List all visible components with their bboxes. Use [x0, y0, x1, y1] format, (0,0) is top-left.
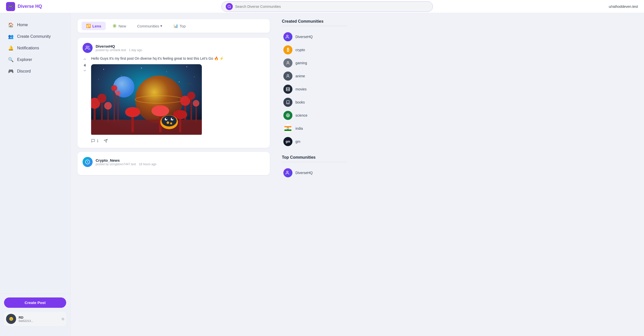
top-communities-title: Top Communities: [282, 155, 347, 162]
notifications-icon: 🔔: [8, 45, 14, 51]
svg-point-46: [170, 122, 172, 124]
comment-count-1: 1: [97, 139, 99, 143]
svg-point-52: [287, 75, 289, 76]
post-body-1: 4 Hello Guys It's my first post On diver…: [83, 56, 265, 143]
sidebar-item-create-community[interactable]: 👥 Create Community: [4, 31, 66, 42]
communities-dropdown-icon: ▾: [160, 24, 162, 28]
btc-icon: ₿: [287, 47, 289, 53]
svg-point-50: [287, 35, 288, 37]
top-community-diversehq[interactable]: DiverseHQ: [282, 166, 347, 179]
top-communities-section: Top Communities DiverseHQ: [282, 155, 347, 179]
svg-point-7: [186, 66, 187, 67]
new-icon: ✳️: [112, 24, 117, 28]
post-content-1: Hello Guys It's my first post On diverse…: [91, 56, 265, 143]
post-meta-1: DiverseHQ posted by u/mtank.test 1 day a…: [96, 44, 265, 52]
user-info: RD 0xb52213...: [19, 316, 59, 322]
comm-name-crypto: crypto: [295, 48, 305, 52]
comm-name-gaming: gaming: [295, 61, 307, 65]
user-display-name: RD: [19, 316, 59, 319]
post-community-name-2[interactable]: Crypto_News: [96, 158, 265, 162]
post-header-1: DiverseHQ posted by u/mtank.test 1 day a…: [83, 43, 265, 53]
svg-rect-31: [131, 115, 134, 132]
sidebar-nav: 🏠 Home 👥 Create Community 🔔 Notification…: [0, 19, 70, 293]
user-address: 0xb52213...: [19, 319, 59, 322]
search-input[interactable]: [235, 5, 429, 9]
svg-point-5: [141, 68, 142, 69]
explorer-icon: 🔍: [8, 57, 14, 62]
svg-point-21: [111, 85, 117, 91]
post-author-1: u/mtank.test: [109, 48, 126, 52]
svg-point-34: [151, 105, 169, 116]
svg-point-8: [194, 77, 195, 77]
main-content: 🔁 Lens ✳️ New Communities ▾ 📊 Top: [70, 13, 277, 336]
post-text-1: Hello Guys It's my first post On diverse…: [91, 56, 265, 61]
tab-top[interactable]: 📊 Top: [169, 22, 190, 30]
india-flag: [284, 126, 291, 131]
tab-top-label: Top: [180, 24, 186, 28]
sidebar-item-home[interactable]: 🏠 Home: [4, 19, 66, 31]
vote-count-1: 4: [84, 63, 86, 67]
created-community-india[interactable]: india: [282, 122, 347, 135]
comm-name-science: science: [295, 113, 307, 117]
sidebar-item-notifications[interactable]: 🔔 Notifications: [4, 42, 66, 54]
right-sidebar: Created Communities DiverseHQ ₿ crypto: [277, 13, 352, 336]
post-actions-1: 1: [91, 139, 265, 143]
post-time-1: 1 day ago: [129, 48, 142, 52]
username-display: u/rathoddeven.test: [609, 5, 638, 9]
search-bar[interactable]: [221, 1, 433, 12]
svg-rect-35: [179, 117, 181, 132]
downvote-button-1[interactable]: [83, 68, 87, 74]
sidebar-bottom: Create Post 😐 RD 0xb52213... ⧉: [0, 293, 70, 330]
user-area: u/rathoddeven.test: [583, 5, 638, 9]
sidebar-item-explorer[interactable]: 🔍 Explorer: [4, 54, 66, 65]
created-community-crypto[interactable]: ₿ crypto: [282, 43, 347, 56]
created-communities-title: Created Communities: [282, 19, 347, 26]
svg-rect-20: [114, 89, 115, 122]
sidebar-label-create-community: Create Community: [17, 34, 51, 39]
svg-point-38: [162, 115, 177, 126]
upvote-button-1[interactable]: [83, 57, 87, 62]
comm-name-movies: movies: [295, 87, 307, 91]
created-community-gaming[interactable]: gaming: [282, 56, 347, 70]
comm-avatar-gaming: [283, 58, 292, 68]
sidebar-label-discord: Discord: [17, 69, 31, 74]
svg-point-19: [104, 102, 112, 110]
comm-avatar-india: [283, 124, 292, 133]
sidebar-item-discord[interactable]: 🎮 Discord: [4, 65, 66, 77]
created-community-diversehq[interactable]: DiverseHQ: [282, 30, 347, 43]
created-community-books[interactable]: books: [282, 96, 347, 109]
svg-point-4: [121, 75, 122, 76]
create-post-button[interactable]: Create Post: [4, 297, 66, 308]
post-time-2: 18 hours ago: [139, 162, 156, 166]
post-card-2: Crypto_News posted by u/cryptovn7447.tes…: [78, 152, 270, 175]
comm-name-india: india: [295, 126, 303, 130]
post-card-1: DiverseHQ posted by u/mtank.test 1 day a…: [78, 38, 270, 148]
created-community-science[interactable]: science: [282, 109, 347, 122]
comment-button-1[interactable]: 1: [91, 139, 99, 143]
home-icon: 🏠: [8, 22, 14, 28]
post-community-avatar-2: [83, 157, 93, 167]
svg-point-43: [166, 118, 167, 119]
svg-point-55: [287, 171, 288, 173]
copy-address-icon[interactable]: ⧉: [62, 317, 64, 321]
comm-avatar-crypto: ₿: [283, 45, 292, 54]
created-community-anime[interactable]: anime: [282, 70, 347, 83]
svg-point-3: [103, 69, 104, 70]
post-community-name-1[interactable]: DiverseHQ: [96, 44, 265, 48]
sidebar-label-explorer: Explorer: [17, 57, 32, 62]
created-community-gm[interactable]: gm gm: [282, 135, 347, 148]
tab-communities[interactable]: Communities ▾: [133, 22, 167, 30]
share-button-1[interactable]: [104, 139, 108, 143]
svg-point-1: [86, 46, 88, 48]
comm-avatar-anime: [283, 72, 292, 81]
comm-avatar-gm: gm: [283, 137, 292, 146]
tab-new[interactable]: ✳️ New: [108, 22, 131, 30]
vote-col-1: 4: [83, 56, 87, 143]
comm-avatar-movies: [283, 85, 292, 94]
svg-point-45: [167, 121, 169, 124]
post-author-line-1: posted by u/mtank.test 1 day ago: [96, 48, 265, 52]
created-community-movies[interactable]: movies: [282, 83, 347, 96]
search-icon: [226, 3, 233, 10]
tab-lens[interactable]: 🔁 Lens: [82, 22, 106, 30]
post-meta-2: Crypto_News posted by u/cryptovn7447.tes…: [96, 158, 265, 166]
